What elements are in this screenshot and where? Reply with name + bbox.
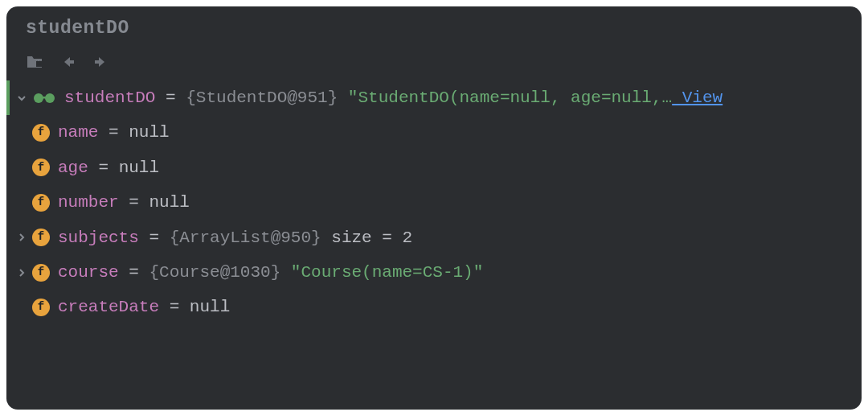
row-content: age = null xyxy=(58,156,159,179)
eq-token: = xyxy=(119,263,149,282)
type-token: {StudentDO@951} xyxy=(186,89,338,107)
tree-row-field[interactable]: f createDate = null xyxy=(6,290,862,324)
svg-rect-4 xyxy=(42,97,47,99)
watch-glasses-icon xyxy=(32,92,56,105)
variables-tree: studentDO = {StudentDO@951} "StudentDO(n… xyxy=(6,80,862,325)
tree-row-field[interactable]: f number = null xyxy=(6,185,862,220)
row-content: name = null xyxy=(58,121,170,144)
field-icon: f xyxy=(32,229,50,246)
chevron-right-icon[interactable] xyxy=(16,267,32,278)
panel-title: studentDO xyxy=(6,6,862,43)
var-name: course xyxy=(58,263,119,282)
eq-token: = xyxy=(98,123,129,142)
field-icon: f xyxy=(32,299,50,316)
eq-token: = xyxy=(159,298,190,316)
var-name: createDate xyxy=(58,298,159,316)
var-name: number xyxy=(58,193,119,212)
row-content: subjects = {ArrayList@950} size = 2 xyxy=(58,226,412,249)
chevron-right-icon[interactable] xyxy=(16,232,32,243)
row-content: studentDO = {StudentDO@951} "StudentDO(n… xyxy=(64,86,723,109)
field-icon: f xyxy=(32,159,50,176)
new-watch-folder-icon[interactable]: × xyxy=(26,55,43,69)
chevron-down-icon[interactable] xyxy=(16,93,32,104)
tree-row-field[interactable]: f name = null xyxy=(6,115,862,150)
value-token: null xyxy=(190,298,230,316)
field-icon: f xyxy=(32,194,50,212)
type-token: {ArrayList@950} xyxy=(170,229,332,247)
tree-row-field[interactable]: f course = {Course@1030} "Course(name=CS… xyxy=(6,255,862,290)
tree-row-root[interactable]: studentDO = {StudentDO@951} "StudentDO(n… xyxy=(6,80,862,115)
field-icon: f xyxy=(32,124,50,142)
value-token: null xyxy=(119,159,159,177)
debugger-variables-panel: studentDO × xyxy=(6,6,862,410)
field-icon: f xyxy=(32,264,50,282)
value-token: null xyxy=(149,193,189,212)
value-token: null xyxy=(129,123,169,142)
view-link[interactable]: View xyxy=(672,89,723,107)
eq-token: = xyxy=(139,229,170,247)
type-token: {Course@1030} xyxy=(149,263,280,282)
row-content: createDate = null xyxy=(58,295,230,319)
nav-forward-icon[interactable] xyxy=(93,55,108,69)
svg-text:×: × xyxy=(36,60,41,68)
var-name: age xyxy=(58,159,88,177)
row-content: number = null xyxy=(58,191,190,214)
string-token: "Course(name=CS-1)" xyxy=(280,263,483,282)
tree-row-field[interactable]: f age = null xyxy=(6,150,862,185)
nav-back-icon[interactable] xyxy=(61,55,76,69)
var-name: name xyxy=(58,123,98,142)
eq-token: = xyxy=(88,159,119,177)
toolbar: × xyxy=(6,43,862,80)
var-name: subjects xyxy=(58,229,139,247)
value-token: size = 2 xyxy=(331,229,412,247)
eq-token: = xyxy=(119,193,149,212)
eq-token: = xyxy=(155,89,186,107)
row-content: course = {Course@1030} "Course(name=CS-1… xyxy=(58,261,483,284)
var-name: studentDO xyxy=(64,89,155,107)
tree-row-field[interactable]: f subjects = {ArrayList@950} size = 2 xyxy=(6,220,862,255)
string-token: "StudentDO(name=null, age=null,… xyxy=(338,89,672,107)
